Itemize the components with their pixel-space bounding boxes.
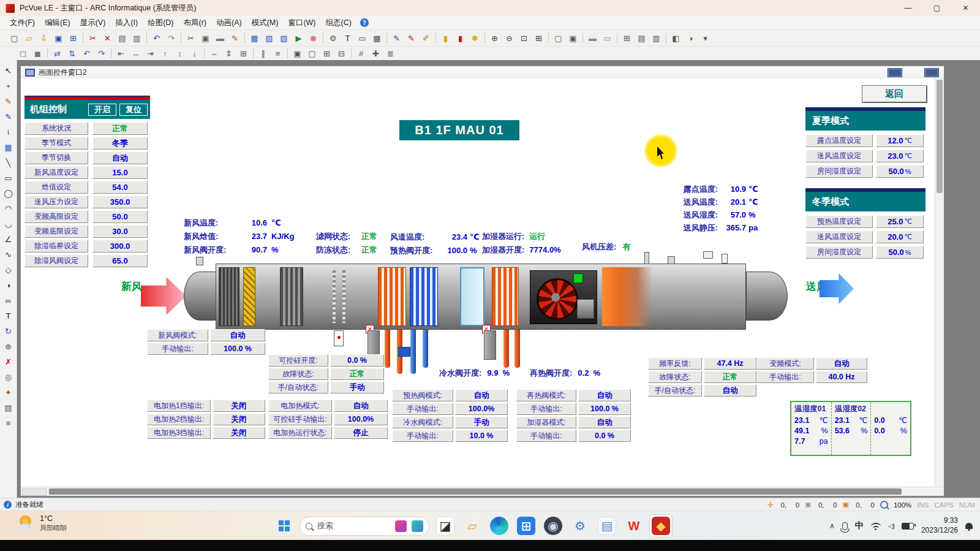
bag-filter-section[interactable]	[280, 267, 303, 326]
row-value[interactable]: 100.0%	[455, 403, 508, 415]
row-value[interactable]: 0.0 %	[330, 354, 384, 367]
setpoint-value[interactable]: 30.0	[92, 225, 148, 238]
more-tools-icon[interactable]: ▾	[698, 32, 712, 45]
new-file-icon[interactable]: ▢	[7, 32, 21, 45]
align-top-icon[interactable]: ↑	[158, 47, 172, 60]
notepad-app-icon[interactable]: ▤	[595, 514, 619, 538]
electric-heater-section[interactable]	[602, 267, 652, 326]
row-value[interactable]: 10.0 %	[455, 430, 508, 442]
select-icon[interactable]: ↖	[2, 64, 15, 77]
pan-icon[interactable]: +	[2, 79, 15, 93]
close-button[interactable]: ✕	[951, 0, 980, 16]
weather-widget[interactable]: 1°C 局部晴朗	[18, 514, 67, 533]
run-icon[interactable]: ▶	[292, 32, 306, 45]
pen-red-icon[interactable]: ✎	[404, 32, 418, 45]
setpoint-value[interactable]: 15.0	[92, 166, 148, 179]
layers-icon[interactable]: ▨	[277, 32, 291, 45]
star-icon[interactable]: ✦	[2, 386, 15, 399]
mode-setpoint-value[interactable]: 23.0℃	[876, 150, 924, 162]
back-button[interactable]: 返回	[862, 85, 927, 102]
setpoint-value[interactable]: 65.0	[92, 254, 148, 267]
gauge-icon[interactable]: ◑	[684, 32, 698, 45]
lock-icon[interactable]: ◻	[16, 47, 30, 60]
unlock-icon[interactable]: ◼	[31, 47, 45, 60]
separator[interactable]	[45, 47, 50, 60]
flag-red-icon[interactable]: ▮	[453, 32, 467, 45]
ruler-icon[interactable]: ▤	[635, 32, 649, 45]
start-button[interactable]	[273, 514, 295, 538]
paste-icon[interactable]: ▬	[213, 32, 227, 45]
settings-icon[interactable]: ⚙	[326, 32, 340, 45]
menu-item[interactable]: 布局(r)	[178, 16, 211, 29]
canvas-vertical-scrollbar[interactable]	[935, 78, 944, 487]
toggle-rulers-icon[interactable]: ▧	[262, 32, 276, 45]
row-value[interactable]: 自动	[210, 329, 265, 341]
chilled-water-valve[interactable]	[398, 347, 410, 357]
cooling-coil[interactable]	[410, 267, 438, 326]
chord-icon[interactable]: ◡	[2, 217, 15, 230]
chart-icon[interactable]: ▥	[649, 32, 663, 45]
bring-front-icon[interactable]: ▣	[290, 47, 304, 60]
align-bottom-icon[interactable]: ↓	[187, 47, 202, 60]
menu-item[interactable]: 动画(A)	[211, 16, 247, 29]
rotate-icon[interactable]: ↻	[2, 324, 15, 338]
separator[interactable]	[145, 32, 149, 45]
list-icon[interactable]: ≡	[2, 416, 15, 430]
vertical-scroll-thumb[interactable]	[937, 80, 943, 193]
row-value[interactable]: 关闭	[213, 413, 265, 425]
row-value[interactable]: 正常	[330, 368, 384, 380]
separator[interactable]	[109, 47, 113, 60]
notifications-bell-icon[interactable]	[965, 523, 973, 529]
polyline-icon[interactable]: ∠	[2, 232, 15, 246]
store-app-icon[interactable]: ⊞	[514, 514, 538, 538]
pen-blue-icon[interactable]: ✎	[390, 32, 404, 45]
row-value[interactable]: 自动	[704, 384, 756, 397]
separator[interactable]	[664, 32, 668, 45]
keyboard-icon[interactable]: ▤	[2, 401, 15, 414]
monitor-config-icon[interactable]: ▣	[566, 32, 580, 45]
row-value[interactable]: 手动	[455, 416, 508, 428]
bee-icon[interactable]: ✱	[468, 32, 482, 45]
steam-app-icon[interactable]: ◉	[541, 514, 565, 538]
child-window-titlebar[interactable]: 画面控件窗口2	[21, 66, 944, 78]
distribute-horizontal-icon[interactable]: ∥	[256, 47, 270, 60]
separator[interactable]	[321, 32, 325, 45]
zoom-in-icon[interactable]: ⊕	[488, 32, 502, 45]
row-value[interactable]: 40.0 Hz	[816, 371, 867, 383]
horizontal-scroll-thumb[interactable]	[49, 488, 902, 495]
rotate-right-icon[interactable]: ↷	[94, 47, 108, 60]
row-value[interactable]: 47.4 Hz	[704, 357, 756, 370]
open-folder-icon[interactable]: ▱	[22, 32, 36, 45]
row-value[interactable]: 0.0 %	[578, 430, 631, 442]
row-value[interactable]: 关闭	[213, 427, 265, 439]
row-value[interactable]: 自动	[578, 389, 631, 401]
separator[interactable]	[615, 32, 619, 45]
print-icon[interactable]: ▥	[130, 32, 144, 45]
menu-item[interactable]: 绘图(D)	[143, 16, 178, 29]
prefilter-section[interactable]	[243, 267, 255, 326]
menu-item[interactable]: 窗口(W)	[283, 16, 320, 29]
sector-icon[interactable]: ◑	[2, 278, 15, 292]
speaker-icon[interactable]: ◁)	[888, 522, 894, 530]
row-value[interactable]: 手动	[330, 381, 384, 393]
mode-setpoint-value[interactable]: 12.0℃	[876, 134, 924, 147]
align-right-icon[interactable]: ⇥	[143, 47, 157, 60]
nudge-icon[interactable]: ✚	[369, 47, 383, 60]
menu-item[interactable]: 文件(F)	[5, 16, 40, 29]
menu-item[interactable]: 显示(V)	[75, 16, 111, 29]
ungroup-icon[interactable]: ⊟	[334, 47, 349, 60]
pen-icon[interactable]: ✎	[2, 110, 15, 123]
distribute-vertical-icon[interactable]: ≡	[271, 47, 285, 60]
connector-icon[interactable]: ∞	[2, 294, 15, 307]
import-icon[interactable]: ⇩	[37, 32, 51, 45]
row-value[interactable]: 停止	[334, 427, 388, 439]
align-left-icon[interactable]: ⇤	[114, 47, 128, 60]
brush-icon[interactable]: ✐	[419, 32, 433, 45]
zoom-fit-icon[interactable]: ⊞	[532, 32, 546, 45]
row-value[interactable]: 关闭	[213, 400, 265, 412]
wps-app-icon[interactable]: W	[622, 514, 646, 538]
text-tool-icon[interactable]: T	[341, 32, 355, 45]
hbar-icon[interactable]: ▬	[586, 32, 600, 45]
polygon-icon[interactable]: ◇	[2, 263, 15, 276]
setpoint-value[interactable]: 50.0	[92, 210, 148, 223]
